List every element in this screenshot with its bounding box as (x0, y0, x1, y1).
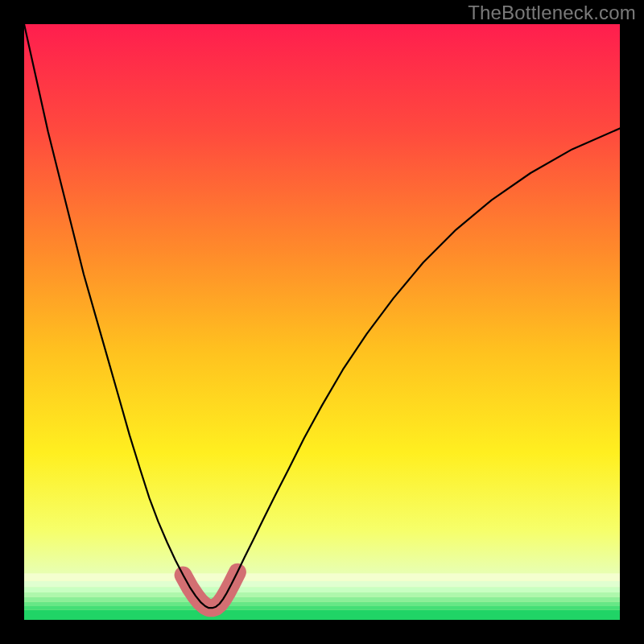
svg-rect-4 (24, 597, 620, 602)
svg-rect-2 (24, 587, 620, 592)
watermark-text: TheBottleneck.com (468, 2, 636, 24)
svg-rect-0 (24, 573, 620, 581)
bottleneck-chart-svg (24, 24, 620, 620)
svg-rect-3 (24, 592, 620, 597)
chart-area (24, 24, 620, 620)
svg-rect-5 (24, 602, 620, 606)
svg-rect-6 (24, 606, 620, 609)
bottom-bands (24, 573, 620, 620)
svg-rect-7 (24, 609, 620, 620)
svg-rect-1 (24, 581, 620, 587)
gradient-background (24, 24, 620, 620)
